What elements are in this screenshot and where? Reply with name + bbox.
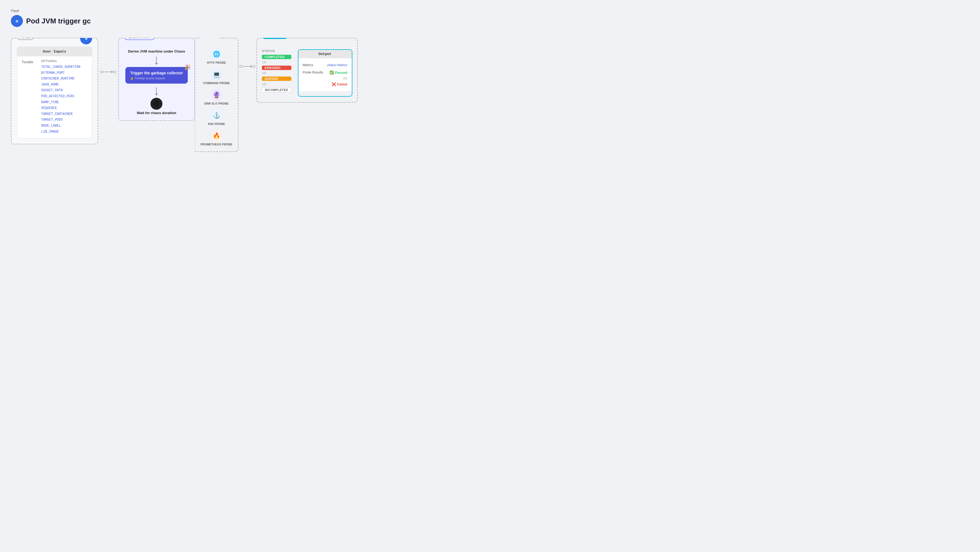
tunables-list: TOTAL_CHAOS_DURATIONBYTEMAN_PORTCONTAINE… (41, 64, 88, 135)
status-badge-completed: COMPLETED (262, 55, 291, 59)
probe-results-label: Probe Results (303, 71, 323, 75)
passed-badge: ✅ Passed (329, 71, 347, 75)
wait-label: Wait for chaos duration (137, 111, 176, 115)
tunable-item: TOTAL_CHAOS_DURATION (41, 64, 88, 70)
failed-icon: ❌ (332, 82, 336, 86)
prometheus-probe-icon: 🔥 (210, 130, 223, 142)
metrics-label: Metrics (303, 63, 319, 67)
execution-section: EXECUTION Derive JVM machine under Chaos… (118, 38, 195, 121)
connector-arrowhead-right (250, 65, 253, 68)
tunable-item: RAMP_TIME (41, 100, 88, 106)
probe-results-col: ✅ Passed OR ❌ Failed (329, 71, 347, 86)
user-inputs-header: User Inputs (17, 47, 92, 56)
tune-label: TUNE (17, 38, 33, 40)
prometheus-probe-label: PROMETHEUS PROBE (200, 143, 232, 146)
tunable-item: BYTEMAN_PORT (41, 70, 88, 76)
srm-slo-probe[interactable]: 🔮SRM SLO PROBE (204, 89, 229, 105)
connector-dot-result (253, 65, 255, 68)
trigger-icon: 🎉 (185, 64, 191, 70)
http-probe-label: HTTP PROBE (207, 61, 226, 64)
tunable-label: Tunable (22, 60, 38, 64)
tunable-section: OPTIONAL TOTAL_CHAOS_DURATIONBYTEMAN_POR… (41, 60, 88, 135)
passed-text: Passed (335, 71, 347, 75)
tunable-item: CONTAINER_RUNTIME (41, 76, 88, 82)
status-badge-queued: QUEUED (262, 76, 291, 81)
connector-dot-probes (240, 65, 242, 68)
wait-node: ⏱ Wait for chaos duration (137, 98, 176, 115)
probes-list: 🌐HTTP PROBE💻COMMAND PROBE🔮SRM SLO PROBE⚓… (200, 44, 233, 146)
svg-text:⎈: ⎈ (85, 38, 88, 41)
connector-dot-right (113, 71, 116, 73)
tunable-item: TARGET_CONTAINER (41, 111, 88, 117)
trigger-box-badge: 🔒 Privilege access required (130, 77, 183, 80)
user-inputs-table: User Inputs Tunable OPTIONAL TOTAL_CHAOS… (17, 46, 92, 138)
probes-label: PROBES (200, 38, 219, 38)
status-or: OR (262, 71, 291, 75)
or-label: OR (343, 77, 347, 80)
wait-icon: ⏱ (150, 98, 162, 110)
failed-text: Failed (337, 82, 347, 86)
connector-arrowhead (111, 71, 113, 73)
execution-flow: Derive JVM machine under Chaos 🎉 Trigger… (126, 44, 188, 115)
probes-to-result-arrow (239, 65, 256, 68)
srm-slo-probe-label: SRM SLO PROBE (204, 102, 229, 105)
page-title-text: Pod JVM trigger gc (26, 17, 91, 25)
status-title: STATUS (262, 49, 291, 52)
http-probe-icon: 🌐 (210, 48, 223, 60)
tunable-item: JAVA_HOME (41, 82, 88, 88)
probe-results-row: Probe Results ✅ Passed OR ❌ Failed (303, 69, 347, 88)
connector-dot (100, 71, 103, 73)
tunable-item: SEQUENCE (41, 105, 88, 111)
privilege-badge-text: Privilege access required (135, 77, 165, 80)
page-title-row: ⎈ Pod JVM trigger gc (11, 15, 969, 27)
status-badge-errored: ERRORED (262, 66, 291, 70)
connector-line (103, 71, 111, 72)
metrics-row: Metrics chaos metrics (303, 62, 347, 69)
command-probe-label: COMMAND PROBE (203, 82, 230, 85)
tunable-item: POD_AFFECTED_PERC (41, 94, 88, 100)
optional-label: OPTIONAL (41, 60, 88, 63)
result-section: RESULT STATUS COMPLETEDORERROREDORQUEUED… (256, 38, 358, 103)
tune-to-execution-arrow (98, 71, 118, 73)
metrics-value: chaos metrics (327, 63, 347, 67)
prometheus-probe[interactable]: 🔥PROMETHEUS PROBE (200, 130, 232, 146)
status-badges: COMPLETEDORERROREDORQUEUEDORINCOMPLETED (262, 55, 291, 92)
flow-arrow-1 (156, 57, 157, 63)
k8s-icon-tune: ⎈ (80, 38, 92, 44)
k8s-probe[interactable]: ⚓K8S PROBE (208, 109, 225, 125)
command-probe[interactable]: 💻COMMAND PROBE (203, 69, 230, 85)
failed-badge: ❌ Failed (332, 82, 347, 86)
http-probe[interactable]: 🌐HTTP PROBE (207, 48, 226, 64)
passed-icon: ✅ (329, 71, 334, 75)
probes-section: PROBES 🌐HTTP PROBE💻COMMAND PROBE🔮SRM SLO… (195, 38, 239, 152)
output-card: Output Metrics chaos metrics Probe Resul… (298, 49, 352, 97)
diagram: TUNE ⎈ User Inputs Tunable OPTIONAL TOTA… (11, 38, 969, 152)
status-badge-incompleted: INCOMPLETED (262, 87, 291, 92)
status-section: STATUS COMPLETEDORERROREDORQUEUEDORINCOM… (262, 49, 291, 92)
status-or: OR (262, 82, 291, 86)
connector-line-right (242, 66, 250, 67)
svg-text:⎈: ⎈ (16, 18, 19, 24)
k8s-logo-icon: ⎈ (11, 15, 23, 27)
execution-label: EXECUTION (124, 38, 154, 40)
tunable-item: LIB_IMAGE (41, 129, 88, 135)
step1-label: Derive JVM machine under Chaos (128, 49, 185, 53)
flow-arrow-2 (156, 87, 157, 94)
command-probe-icon: 💻 (210, 69, 223, 81)
output-header: Output (298, 50, 352, 58)
tunable-item: NODE_LABEL (41, 123, 88, 129)
trigger-box-title: Trigger the garbage collector (130, 71, 183, 75)
result-label: RESULT (262, 38, 287, 39)
fault-label: Fault (11, 9, 969, 13)
k8s-probe-label: K8S PROBE (208, 122, 225, 125)
trigger-box: 🎉 Trigger the garbage collector 🔒 Privil… (126, 67, 188, 84)
status-or: OR (262, 61, 291, 64)
srm-slo-probe-icon: 🔮 (210, 89, 223, 101)
tunable-item: TARGET_PODS (41, 117, 88, 123)
output-body: Metrics chaos metrics Probe Results ✅ Pa… (298, 58, 352, 91)
k8s-probe-icon: ⚓ (210, 109, 223, 121)
tune-section: TUNE ⎈ User Inputs Tunable OPTIONAL TOTA… (11, 38, 98, 144)
tunable-item: SOCKET_PATH (41, 88, 88, 94)
